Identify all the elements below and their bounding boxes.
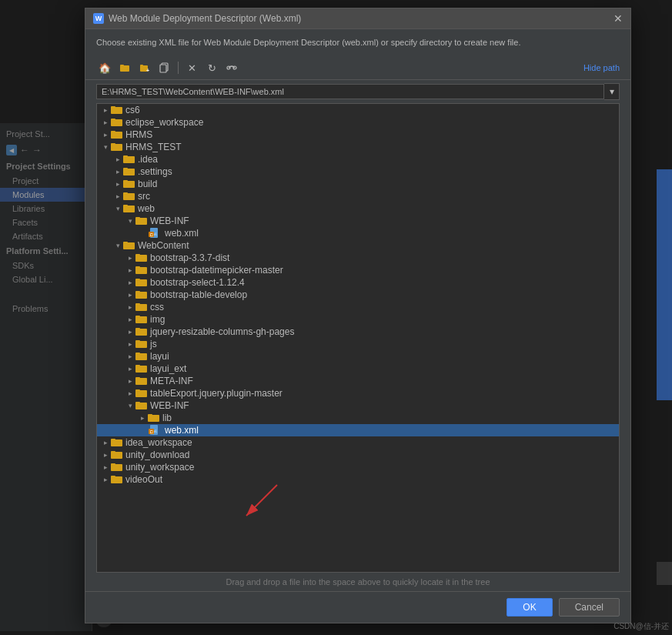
svg-rect-74 xyxy=(111,476,115,478)
svg-rect-46 xyxy=(135,316,140,318)
tree-arrow-expanded: ▾ xyxy=(125,400,135,411)
link-button[interactable] xyxy=(223,59,240,76)
svg-text:🗒: 🗒 xyxy=(149,232,154,237)
svg-rect-44 xyxy=(135,303,140,306)
svg-text:+: + xyxy=(146,68,149,73)
tree-item-HRMS_TEST[interactable]: ▾HRMS_TEST xyxy=(97,141,619,153)
tree-item-src[interactable]: ▸src xyxy=(97,190,619,202)
svg-rect-40 xyxy=(135,279,140,281)
svg-rect-14 xyxy=(111,131,115,133)
tree-item-bootstrapdtp[interactable]: ▸bootstrap-datetimepicker-master xyxy=(97,264,619,276)
xml-file-badge-icon: xml 🗒 xyxy=(148,228,163,239)
tree-item-unity_workspace[interactable]: ▸unity_workspace xyxy=(97,461,619,473)
tree-item-label: bootstrap-3.3.7-dist xyxy=(150,252,229,263)
tree-arrow-collapsed: ▸ xyxy=(125,302,135,312)
tree-item-settings[interactable]: ▸.settings xyxy=(97,165,619,178)
svg-rect-52 xyxy=(135,353,140,355)
tree-item-web_xml[interactable]: xml 🗒 web.xml xyxy=(97,424,619,436)
tree-item-label: videoOut xyxy=(125,474,162,485)
tree-item-eclipse_workspace[interactable]: ▸eclipse_workspace xyxy=(97,116,619,129)
tree-item-bootstraptbl[interactable]: ▸bootstrap-table-develop xyxy=(97,289,619,301)
tree-item-lib[interactable]: ▸lib xyxy=(97,412,619,424)
tree-item-js[interactable]: ▸js xyxy=(97,338,619,350)
cancel-button[interactable]: Cancel xyxy=(559,598,620,617)
svg-text:🗒: 🗒 xyxy=(149,429,154,434)
svg-rect-58 xyxy=(135,389,140,392)
tree-arrow-collapsed: ▸ xyxy=(125,388,135,399)
svg-rect-12 xyxy=(111,119,115,121)
tree-item-WEB-INF-web[interactable]: ▾WEB-INF xyxy=(97,215,619,227)
dialog-description: Choose existing XML file for Web Module … xyxy=(85,29,630,56)
tree-arrow-collapsed: ▸ xyxy=(100,462,111,473)
svg-rect-70 xyxy=(111,451,115,453)
tree-arrow-collapsed: ▸ xyxy=(125,289,135,300)
svg-rect-1 xyxy=(120,65,124,66)
path-dropdown-button[interactable]: ▾ xyxy=(604,83,620,100)
tree-arrow-collapsed: ▸ xyxy=(112,166,123,177)
dialog-title-area: W Web Module Deployment Descriptor (Web.… xyxy=(93,13,301,24)
copy-button[interactable] xyxy=(156,59,173,76)
file-tree[interactable]: ▸cs6▸eclipse_workspace▸HRMS▾HRMS_TEST▸.i… xyxy=(96,103,620,573)
svg-rect-24 xyxy=(123,192,128,195)
tree-item-build[interactable]: ▸build xyxy=(97,178,619,190)
tree-item-WEB-INF[interactable]: ▾WEB-INF xyxy=(97,399,619,412)
hide-path-link[interactable]: Hide path xyxy=(583,63,620,72)
tree-item-label: js xyxy=(150,339,157,349)
tree-arrow-collapsed: ▸ xyxy=(100,474,111,485)
tree-item-layui_ext[interactable]: ▸layui_ext xyxy=(97,363,619,375)
tree-item-tableExport[interactable]: ▸tableExport.jquery.plugin-master xyxy=(97,387,619,399)
svg-rect-28 xyxy=(135,217,140,219)
folder-up-button[interactable] xyxy=(116,59,133,76)
tree-item-label: jquery-resizable-columns-gh-pages xyxy=(150,326,294,337)
tree-item-idea[interactable]: ▸.idea xyxy=(97,153,619,165)
file-chooser-dialog: W Web Module Deployment Descriptor (Web.… xyxy=(85,8,631,623)
tree-arrow-collapsed: ▸ xyxy=(125,326,135,337)
ok-button[interactable]: OK xyxy=(507,598,552,617)
tree-item-layui[interactable]: ▸layui xyxy=(97,350,619,363)
delete-button[interactable]: ✕ xyxy=(183,59,200,76)
tree-item-img[interactable]: ▸img xyxy=(97,313,619,326)
svg-rect-56 xyxy=(135,377,140,379)
tree-item-web[interactable]: ▾web xyxy=(97,202,619,215)
path-input[interactable] xyxy=(96,84,604,99)
tree-arrow-collapsed: ▸ xyxy=(125,351,135,362)
tree-item-bootstrapsel[interactable]: ▸bootstrap-select-1.12.4 xyxy=(97,276,619,289)
tree-item-label: css xyxy=(150,302,164,312)
tree-item-label: web xyxy=(138,203,155,214)
tree-arrow-expanded: ▾ xyxy=(125,216,135,226)
home-button[interactable]: 🏠 xyxy=(96,59,113,76)
tree-item-label: META-INF xyxy=(150,376,193,386)
tree-item-META-INF[interactable]: ▸META-INF xyxy=(97,375,619,387)
svg-rect-62 xyxy=(148,414,152,416)
svg-rect-68 xyxy=(111,439,115,441)
refresh-button[interactable]: ↻ xyxy=(203,59,220,76)
tree-item-label: lib xyxy=(162,413,172,423)
tree-arrow-collapsed: ▸ xyxy=(100,437,111,448)
tree-item-web_xml_web[interactable]: xml 🗒 web.xml xyxy=(97,227,619,239)
svg-rect-3 xyxy=(140,65,143,66)
dialog-title-text: Web Module Deployment Descriptor (Web.xm… xyxy=(109,13,301,24)
dialog-toolbar: 🏠 + ✕ ↻ Hide path xyxy=(85,56,630,80)
tree-arrow-collapsed: ▸ xyxy=(100,129,111,140)
path-bar: ▾ xyxy=(96,83,620,100)
tree-arrow-collapsed: ▸ xyxy=(125,339,135,349)
tree-item-css[interactable]: ▸css xyxy=(97,301,619,313)
new-folder-button[interactable]: + xyxy=(136,59,153,76)
tree-item-bootstrap337[interactable]: ▸bootstrap-3.3.7-dist xyxy=(97,252,619,264)
tree-arrow-collapsed: ▸ xyxy=(100,117,111,128)
tree-item-idea_workspace[interactable]: ▸idea_workspace xyxy=(97,436,619,449)
tree-arrow-expanded: ▾ xyxy=(112,203,123,214)
tree-item-cs6[interactable]: ▸cs6 xyxy=(97,104,619,116)
tree-item-jquery_res[interactable]: ▸jquery-resizable-columns-gh-pages xyxy=(97,326,619,338)
tree-item-WebContent[interactable]: ▾WebContent xyxy=(97,239,619,252)
tree-item-unity_download[interactable]: ▸unity_download xyxy=(97,449,619,461)
svg-rect-34 xyxy=(123,242,128,244)
tree-item-HRMS[interactable]: ▸HRMS xyxy=(97,129,619,141)
tree-item-label: WEB-INF xyxy=(150,400,189,411)
dialog-close-button[interactable]: ✕ xyxy=(613,13,623,24)
tree-item-label: web.xml xyxy=(165,228,199,239)
tree-item-videoOut[interactable]: ▸videoOut xyxy=(97,473,619,486)
tree-item-label: WEB-INF xyxy=(150,216,189,226)
svg-rect-22 xyxy=(123,180,128,182)
tree-arrow-collapsed: ▸ xyxy=(100,105,111,115)
